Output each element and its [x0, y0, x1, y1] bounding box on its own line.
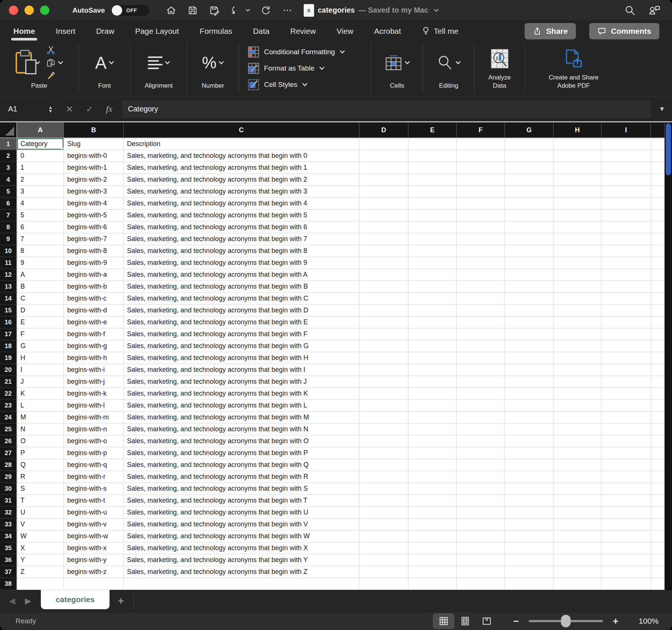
presence-share-icon[interactable] [648, 5, 661, 16]
cell-A31[interactable]: T [17, 495, 64, 507]
tab-tell-me[interactable]: Tell me [421, 24, 459, 38]
cell-C24[interactable]: Sales, marketing, and technology acronym… [124, 412, 359, 423]
tab-draw[interactable]: Draw [95, 25, 115, 38]
column-header-h[interactable]: H [554, 123, 601, 138]
cell-C1[interactable]: Description [124, 138, 359, 150]
cell-A28[interactable]: Q [17, 459, 64, 471]
cell-F34[interactable] [457, 530, 505, 542]
row-header-3[interactable]: 3 [0, 162, 17, 174]
grid-cell[interactable] [651, 162, 665, 174]
cell-B9[interactable]: begins-with-7 [64, 233, 124, 245]
cell-E10[interactable] [408, 245, 457, 257]
cell-C36[interactable]: Sales, marketing, and technology acronym… [124, 554, 359, 566]
grid-cell[interactable] [651, 293, 665, 305]
cell-F26[interactable] [457, 435, 505, 447]
cell-D10[interactable] [359, 245, 408, 257]
cell-D4[interactable] [359, 174, 408, 186]
cell-I13[interactable] [601, 281, 651, 293]
cell-E27[interactable] [408, 447, 457, 459]
cell-E17[interactable] [408, 328, 457, 340]
cell-E21[interactable] [408, 376, 457, 388]
cell-I29[interactable] [601, 471, 651, 483]
cell-E30[interactable] [408, 483, 457, 495]
cell-G33[interactable] [505, 519, 554, 530]
cell-F1[interactable] [457, 138, 505, 150]
cell-H18[interactable] [554, 340, 601, 352]
zoom-out-button[interactable]: − [509, 616, 523, 627]
cell-A25[interactable]: N [17, 423, 64, 435]
cell-B31[interactable]: begins-with-t [64, 495, 124, 507]
cell-F7[interactable] [457, 210, 505, 221]
editing-group[interactable]: Editing [423, 44, 474, 93]
cell-C29[interactable]: Sales, marketing, and technology acronym… [124, 471, 359, 483]
cell-I17[interactable] [601, 328, 651, 340]
add-sheet-button[interactable]: + [118, 595, 124, 607]
grid-cell[interactable] [651, 376, 665, 388]
cell-A13[interactable]: B [17, 281, 64, 293]
cell-C21[interactable]: Sales, marketing, and technology acronym… [124, 376, 359, 388]
column-header-e[interactable]: E [408, 123, 457, 138]
cell-C9[interactable]: Sales, marketing, and technology acronym… [124, 233, 359, 245]
cell-I24[interactable] [601, 412, 651, 423]
more-toolbar-icon[interactable] [281, 4, 293, 16]
cell-D2[interactable] [359, 150, 408, 162]
grid-cell[interactable] [651, 186, 665, 198]
cell-E35[interactable] [408, 542, 457, 554]
cell-C35[interactable]: Sales, marketing, and technology acronym… [124, 542, 359, 554]
cell-B14[interactable]: begins-with-c [64, 293, 124, 305]
cell-I10[interactable] [601, 245, 651, 257]
cell-C11[interactable]: Sales, marketing, and technology acronym… [124, 257, 359, 269]
cell-A38[interactable] [17, 578, 64, 590]
cell-I36[interactable] [601, 554, 651, 566]
cell-E3[interactable] [408, 162, 457, 174]
sheet-next-icon[interactable]: ▶ [25, 596, 31, 606]
cell-A33[interactable]: V [17, 519, 64, 530]
cell-I19[interactable] [601, 352, 651, 364]
cell-G13[interactable] [505, 281, 554, 293]
sheet-tab-categories[interactable]: categories [41, 590, 110, 609]
cell-C18[interactable]: Sales, marketing, and technology acronym… [124, 340, 359, 352]
cell-G8[interactable] [505, 221, 554, 233]
cell-D9[interactable] [359, 233, 408, 245]
grid-cell[interactable] [651, 328, 665, 340]
cell-B36[interactable]: begins-with-y [64, 554, 124, 566]
cell-F9[interactable] [457, 233, 505, 245]
grid-cell[interactable] [651, 364, 665, 376]
cell-B38[interactable] [64, 578, 124, 590]
cell-E6[interactable] [408, 198, 457, 210]
cell-G29[interactable] [505, 471, 554, 483]
row-header-22[interactable]: 22 [0, 388, 17, 400]
cell-H33[interactable] [554, 519, 601, 530]
cell-B21[interactable]: begins-with-j [64, 376, 124, 388]
grid-cell[interactable] [651, 435, 665, 447]
cell-G32[interactable] [505, 507, 554, 519]
cell-C25[interactable]: Sales, marketing, and technology acronym… [124, 423, 359, 435]
cell-C34[interactable]: Sales, marketing, and technology acronym… [124, 530, 359, 542]
cell-B18[interactable]: begins-with-g [64, 340, 124, 352]
enter-icon[interactable]: ✓ [86, 104, 93, 114]
cell-A15[interactable]: D [17, 305, 64, 316]
row-header-29[interactable]: 29 [0, 471, 17, 483]
cell-I38[interactable] [601, 578, 651, 590]
vertical-scroll-thumb[interactable] [666, 123, 671, 175]
cell-D20[interactable] [359, 364, 408, 376]
cell-C30[interactable]: Sales, marketing, and technology acronym… [124, 483, 359, 495]
cell-H36[interactable] [554, 554, 601, 566]
format-as-table-button[interactable]: Format as Table [248, 60, 324, 77]
cell-E22[interactable] [408, 388, 457, 400]
cell-A27[interactable]: P [17, 447, 64, 459]
row-header-17[interactable]: 17 [0, 328, 17, 340]
cell-E7[interactable] [408, 210, 457, 221]
cell-B7[interactable]: begins-with-5 [64, 210, 124, 221]
cell-A29[interactable]: R [17, 471, 64, 483]
cell-G23[interactable] [505, 400, 554, 412]
cell-I26[interactable] [601, 435, 651, 447]
cell-A30[interactable]: S [17, 483, 64, 495]
cell-H3[interactable] [554, 162, 601, 174]
cell-F25[interactable] [457, 423, 505, 435]
cell-A19[interactable]: H [17, 352, 64, 364]
grid-cell[interactable] [651, 459, 665, 471]
cell-C13[interactable]: Sales, marketing, and technology acronym… [124, 281, 359, 293]
column-header-c[interactable]: C [124, 123, 359, 138]
cell-B34[interactable]: begins-with-w [64, 530, 124, 542]
